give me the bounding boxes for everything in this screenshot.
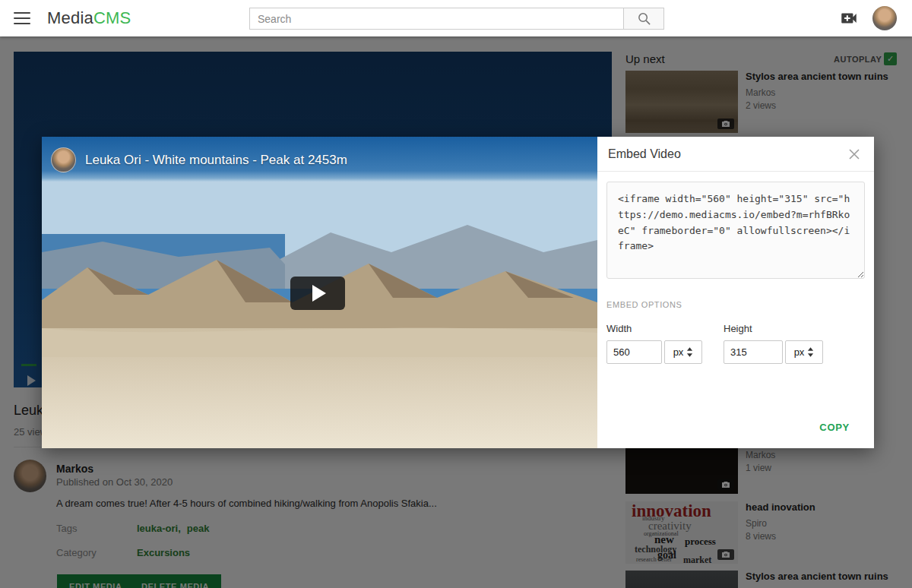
embed-video-preview[interactable]: Leuka Ori - White mountains - Peak at 24… xyxy=(42,137,597,448)
embed-options-label: EMBED OPTIONS xyxy=(606,300,865,309)
search-bar xyxy=(249,8,664,30)
width-field-group: Width px xyxy=(606,323,702,364)
height-label: Height xyxy=(724,323,823,334)
logo-text-cms: CMS xyxy=(93,8,131,27)
search-button[interactable] xyxy=(623,8,664,30)
preview-titlebar: Leuka Ori - White mountains - Peak at 24… xyxy=(51,147,347,172)
dialog-body: <iframe width="560" height="315" src="ht… xyxy=(597,172,874,448)
unfold-arrows-icon xyxy=(807,347,814,357)
width-unit-value: px xyxy=(673,346,684,358)
search-input[interactable] xyxy=(249,8,623,30)
top-navbar: MediaCMS xyxy=(0,0,912,36)
play-icon xyxy=(312,285,326,302)
unfold-arrows-icon xyxy=(686,347,693,357)
height-unit-value: px xyxy=(794,346,805,358)
embed-code-textarea[interactable]: <iframe width="560" height="315" src="ht… xyxy=(606,182,865,279)
embed-dialog: Leuka Ori - White mountains - Peak at 24… xyxy=(42,137,874,448)
dialog-title: Embed Video xyxy=(608,147,681,161)
header-actions xyxy=(839,0,897,36)
width-unit-select[interactable]: px xyxy=(664,340,702,364)
dimension-fields: Width px Height xyxy=(606,323,865,364)
mediacms-app: Leuka Ori - White mountains - Peak at 24… xyxy=(0,0,912,588)
user-avatar[interactable] xyxy=(872,6,897,30)
upload-video-icon[interactable] xyxy=(839,8,859,28)
logo-text-media: Media xyxy=(47,8,93,27)
height-field-group: Height px xyxy=(724,323,823,364)
menu-icon[interactable] xyxy=(14,12,30,24)
embed-panel: Embed Video <iframe width="560" height="… xyxy=(597,137,874,448)
mediacms-logo[interactable]: MediaCMS xyxy=(47,8,131,28)
width-input[interactable] xyxy=(606,340,662,364)
close-icon[interactable] xyxy=(845,145,863,163)
dialog-header: Embed Video xyxy=(597,137,874,172)
dialog-footer: COPY xyxy=(606,417,865,448)
height-input[interactable] xyxy=(724,340,783,364)
height-unit-select[interactable]: px xyxy=(785,340,823,364)
search-icon xyxy=(637,11,651,26)
play-button[interactable] xyxy=(290,277,345,310)
uploader-avatar[interactable] xyxy=(51,147,76,172)
copy-button[interactable]: COPY xyxy=(816,417,853,438)
width-label: Width xyxy=(606,323,702,334)
preview-video-title[interactable]: Leuka Ori - White mountains - Peak at 24… xyxy=(85,153,347,168)
